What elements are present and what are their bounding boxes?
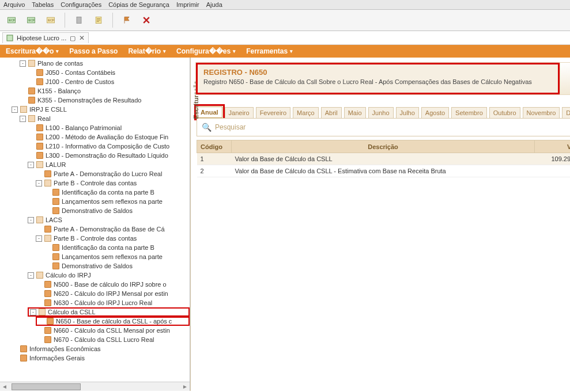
scroll-thumb[interactable] <box>12 383 81 390</box>
file-icon <box>36 143 43 150</box>
collapse-icon[interactable]: - <box>28 217 34 223</box>
tree-item[interactable]: -LALUR <box>28 160 190 169</box>
file-icon <box>52 244 59 251</box>
col-header-code[interactable]: Código <box>197 140 232 153</box>
tree-item[interactable]: N670 - Cálculo da CSLL Lucro Real <box>36 335 190 344</box>
menu-ajuda[interactable]: Ajuda <box>206 1 222 8</box>
month-tab[interactable]: Junho <box>368 107 394 118</box>
file-icon <box>44 281 51 288</box>
module-menu-item[interactable]: Configura��es▾ <box>176 47 236 55</box>
tree-item[interactable]: Lançamentos sem reflexos na parte <box>44 252 190 261</box>
tree-spacer <box>44 263 50 269</box>
vertical-tab[interactable]: Escrituração <box>190 58 191 391</box>
close-red-icon[interactable] <box>138 12 154 28</box>
tree-item[interactable]: N500 - Base de cálculo do IRPJ sobre o <box>36 280 190 289</box>
month-tab[interactable]: Anual <box>197 106 222 118</box>
tree-item[interactable]: -LACS <box>28 215 190 224</box>
navigation-tree[interactable]: -Plano de contasJ050 - Contas ContábeisJ… <box>0 58 190 382</box>
tree-item[interactable]: N630 - Cálculo do IRPJ Lucro Real <box>36 298 190 307</box>
month-tab[interactable]: Maio <box>344 107 366 118</box>
toolbar-sep <box>65 13 65 28</box>
close-icon[interactable]: ✕ <box>79 34 85 42</box>
tree-item[interactable]: Identificação da conta na parte B <box>44 243 190 252</box>
tree-item[interactable]: L210 - Informativo da Composição de Cust… <box>28 142 190 151</box>
tree-item[interactable]: Demonstrativo de Saldos <box>44 261 190 271</box>
document-tab[interactable]: Hipotese Lucro ... ▢ ✕ <box>2 32 89 43</box>
collapse-icon[interactable]: - <box>28 272 34 279</box>
clipboard-icon[interactable] <box>71 12 87 28</box>
collapse-icon[interactable]: - <box>12 106 18 113</box>
month-tab[interactable]: Janeiro <box>225 107 254 118</box>
horizontal-scrollbar[interactable]: ◄ ► <box>0 382 190 391</box>
month-tab[interactable]: Março <box>293 107 319 118</box>
collapse-icon[interactable]: - <box>20 60 26 67</box>
month-tab[interactable]: Novembro <box>523 107 560 118</box>
tree-item[interactable]: N650 - Base de cálculo da CSLL - após c <box>36 317 190 326</box>
collapse-icon[interactable]: - <box>36 235 42 242</box>
collapse-icon[interactable]: - <box>20 116 26 122</box>
tree-item[interactable]: -Real <box>20 114 190 123</box>
tree-item[interactable]: -Parte B - Controle das contas <box>36 178 190 188</box>
month-tab[interactable]: Agosto <box>421 107 449 118</box>
module-menu-item[interactable]: Escritura��o▾ <box>6 47 59 55</box>
month-tab[interactable]: Fevereiro <box>256 107 290 118</box>
menu-copias[interactable]: Cópias de Segurança <box>108 1 169 8</box>
tree-item[interactable]: K155 - Balanço <box>20 86 190 96</box>
tree-item[interactable]: -Cálculo do IRPJ <box>28 271 190 280</box>
table-row[interactable]: 2 Valor da Base de Cálculo da CSLL - Est… <box>197 165 571 177</box>
col-header-desc[interactable]: Descrição <box>232 140 535 153</box>
module-menu-item[interactable]: Ferramentas▾ <box>246 47 293 55</box>
collapse-icon[interactable]: - <box>36 180 42 187</box>
month-tab[interactable]: Julho <box>396 107 419 118</box>
module-menu-item[interactable]: Relat�rio▾ <box>128 47 166 55</box>
tree-item[interactable]: N620 - Cálculo do IRPJ Mensal por estin <box>36 289 190 298</box>
ecf-icon-2[interactable]: ECF <box>23 12 39 28</box>
tree-item[interactable]: N660 - Cálculo da CSLL Mensal por estin <box>36 326 190 335</box>
tree-item[interactable]: -IRPJ E CSLL <box>12 105 190 114</box>
tree-item[interactable]: -Cálculo da CSLL <box>28 307 190 317</box>
col-header-val[interactable]: Valor <box>535 140 570 153</box>
tree-item[interactable]: Lançamentos sem reflexos na parte <box>44 197 190 206</box>
register-header: REGISTRO - N650 Registro N650 - Base de … <box>195 62 570 95</box>
window-restore-icon[interactable]: ▢ <box>70 35 76 42</box>
tree-item[interactable]: L100 - Balanço Patrimonial <box>28 123 190 132</box>
search-placeholder: Pesquisar <box>215 123 570 131</box>
note-icon[interactable] <box>90 12 107 28</box>
cell-value <box>535 165 570 177</box>
tree-item[interactable]: K355 - Demonstrações de Resultado <box>20 96 190 105</box>
tree-item[interactable]: J050 - Contas Contábeis <box>28 68 190 77</box>
tree-item[interactable]: L300 - Demonstração do Resultado Líquido <box>28 151 190 160</box>
tree-item[interactable]: Demonstrativo de Saldos <box>44 206 190 215</box>
tree-item[interactable]: L200 - Método de Avaliação do Estoque Fi… <box>28 132 190 142</box>
menu-arquivo[interactable]: Arquivo <box>3 1 25 8</box>
month-tab[interactable]: Abril <box>321 107 342 118</box>
month-tab[interactable]: Outubro <box>489 107 520 118</box>
month-tab[interactable]: Setembro <box>451 107 487 118</box>
month-tab[interactable]: Dezembro <box>562 107 570 118</box>
tree-spacer <box>28 153 34 159</box>
tree-item[interactable]: Parte A - Demonstração da Base de Cá <box>36 224 190 234</box>
tree-item[interactable]: Identificação da conta na parte B <box>44 188 190 197</box>
menu-tabelas[interactable]: Tabelas <box>32 1 54 8</box>
search-bar[interactable]: 🔍 Pesquisar ⌄ <box>197 118 570 136</box>
menu-configuracoes[interactable]: Configurações <box>61 1 101 8</box>
scroll-right-icon[interactable]: ► <box>180 383 190 390</box>
ecf-icon-1[interactable]: ECF <box>3 12 20 28</box>
tree-item[interactable]: -Plano de contas <box>20 59 190 68</box>
content-panel: Escrituração REGISTRO - N650 Registro N6… <box>190 58 570 391</box>
flag-icon[interactable] <box>119 12 135 28</box>
scroll-left-icon[interactable]: ◄ <box>0 383 9 390</box>
ecf-icon-3[interactable]: ECF <box>43 12 59 28</box>
tree-item-label: Lançamentos sem reflexos na parte <box>62 197 163 206</box>
menu-imprimir[interactable]: Imprimir <box>176 1 199 8</box>
tree-item[interactable]: Informações Gerais <box>12 353 190 363</box>
tree-item[interactable]: J100 - Centro de Custos <box>28 77 190 86</box>
collapse-icon[interactable]: - <box>28 162 34 168</box>
tree-item[interactable]: Informações Econômicas <box>12 344 190 353</box>
tree-item[interactable]: -Parte B - Controle das contas <box>36 234 190 243</box>
tree-item-label: Parte B - Controle das contas <box>54 234 137 243</box>
tree-item[interactable]: Parte A - Demonstração do Lucro Real <box>36 169 190 178</box>
collapse-icon[interactable]: - <box>30 309 36 315</box>
module-menu-item[interactable]: Passo a Passo <box>69 47 118 55</box>
table-row[interactable]: 1 Valor da Base de Cálculo da CSLL 109.2… <box>197 153 571 165</box>
